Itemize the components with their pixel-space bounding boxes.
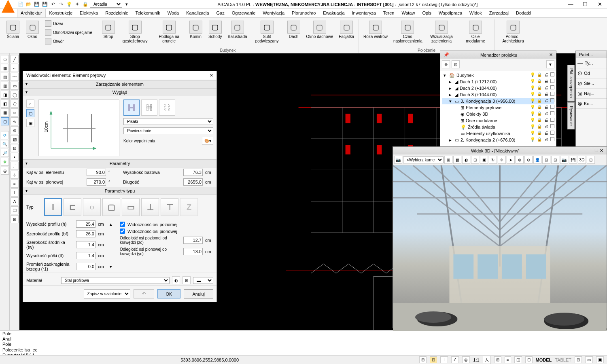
ribbon-button[interactable]: ▢Komin <box>187 19 205 40</box>
refresh-icon[interactable]: ⟳ <box>1 131 9 139</box>
tablet-label[interactable]: TABLET <box>555 358 571 362</box>
draw-icon[interactable]: ∿ <box>11 117 19 125</box>
material-picker-icon[interactable]: ◐ <box>172 276 180 284</box>
ribbon-tab[interactable]: Współpraca <box>435 9 466 17</box>
view3d-tool-icon[interactable]: ⊞ <box>444 156 452 164</box>
ribbon-small-button[interactable]: Okno/Drzwi specjalne <box>43 28 94 36</box>
status-icon[interactable]: 人 <box>483 356 491 364</box>
view3d-tool-icon[interactable]: ⊙ <box>524 156 533 164</box>
draw-icon[interactable]: ⋰ <box>11 162 19 170</box>
ribbon-tab[interactable]: Wentylacja <box>259 9 288 17</box>
ribbon-small-button[interactable]: Drzwi <box>43 19 94 28</box>
command-line[interactable]: Pole Anul Pole Polecenie: isa_ec Executo… <box>0 330 607 355</box>
layer-props-icon[interactable]: ▾ <box>123 1 130 8</box>
ribbon-tab[interactable]: Dodatki <box>512 9 535 17</box>
draw-icon[interactable]: T <box>11 188 19 197</box>
tree-row[interactable]: ▸◢Dach 3 (+1044.00)💡🔒🖨 <box>442 91 554 98</box>
project-tree[interactable]: ▾🏠Budynek💡🔒🖨▸◢Dach 1 (+1212.00)💡🔒🖨▸◢Dach… <box>440 70 556 147</box>
palette-item[interactable]: ◎Naj... <box>576 89 607 99</box>
tree-row[interactable]: ⊞Osie modularne💡🔒🖨 <box>442 117 554 124</box>
ribbon-small-button[interactable]: Otwór <box>43 37 94 45</box>
ribbon-tab[interactable]: Kanalizacja <box>183 9 212 17</box>
minimize-button[interactable]: — <box>565 1 576 7</box>
ok-button[interactable]: OK <box>157 289 181 298</box>
view-icon[interactable]: ▢ <box>26 109 34 117</box>
ribbon-tab[interactable]: Konstrukcje <box>46 9 76 17</box>
osnap-button[interactable]: ◎ <box>462 356 470 363</box>
vertical-tab[interactable]: Rysowanie <box>567 102 575 129</box>
view3d-tool-icon[interactable]: ⊡ <box>551 156 559 164</box>
tool-icon[interactable]: ◧ <box>1 99 9 108</box>
save-template-combo[interactable]: Zapisz w szablonie <box>84 289 130 298</box>
view3d-tool-icon[interactable]: ⊡ <box>542 156 550 164</box>
lock-icon[interactable]: 🔒 <box>82 1 89 8</box>
pisaki-combo[interactable]: Pisaki <box>123 118 213 125</box>
section-header[interactable]: Parametry typu <box>105 188 135 193</box>
view3d-tool-icon[interactable]: ◐ <box>462 156 470 164</box>
angle-input[interactable] <box>87 169 106 176</box>
ribbon-button[interactable]: ▢Okno <box>23 19 41 40</box>
maximize-button[interactable]: ☐ <box>579 1 591 7</box>
draw-icon[interactable]: ⌐ <box>11 64 19 72</box>
cancel-button[interactable]: Anuluj <box>184 289 213 298</box>
ribbon-button[interactable]: ▢Schody <box>206 19 224 40</box>
ribbon-button[interactable]: ▢Sufit podwieszany <box>251 19 283 44</box>
profile-type-t2[interactable]: ⊤ <box>161 198 178 216</box>
view3d-tool-icon[interactable]: ⊕ <box>516 156 524 164</box>
status-icon[interactable]: ▭ <box>585 356 593 363</box>
panel-close-icon[interactable]: ✕ <box>600 148 603 153</box>
view-icon[interactable]: ▣ <box>26 119 34 127</box>
draw-icon[interactable]: ⊞ <box>11 215 19 223</box>
view3d-tool-icon[interactable]: ↻ <box>489 156 497 164</box>
status-icon[interactable]: ⊡ <box>575 356 582 363</box>
tree-row[interactable]: ▸◢Dach 2 (+1044.00)💡🔒🖨 <box>442 85 554 91</box>
tool-icon[interactable]: ▥ <box>1 82 9 90</box>
draw-icon[interactable]: ⊹ <box>11 171 19 179</box>
profile-type-rect[interactable]: ▭ <box>122 198 140 216</box>
tool-icon[interactable]: ▦ <box>1 64 9 72</box>
ribbon-tab[interactable]: Elektryka <box>76 9 102 17</box>
ribbon-button[interactable]: ▢Czas nasłonecznienia <box>391 19 424 44</box>
saveas-icon[interactable]: 💾 <box>41 1 49 8</box>
pan-icon[interactable]: ✥ <box>1 158 9 166</box>
material-lib-icon[interactable]: ⊞ <box>183 276 191 284</box>
dialog-close-icon[interactable]: ✕ <box>210 73 213 78</box>
tree-row[interactable]: ▸◢Dach 1 (+1212.00)💡🔒🖨 <box>442 78 554 85</box>
draw-icon[interactable]: ≡ <box>11 180 19 188</box>
view3d-tool-icon[interactable]: ▣ <box>480 156 488 164</box>
shape-option[interactable] <box>123 99 140 116</box>
status-icon[interactable]: ⊞ <box>494 356 501 363</box>
camera-combo[interactable]: <Wybierz kamerę> <box>403 157 444 163</box>
view-icon[interactable]: ⌂ <box>26 99 34 108</box>
section-header[interactable]: Wygląd <box>112 90 127 95</box>
close-button[interactable]: ✕ <box>594 1 605 7</box>
panel-close-icon[interactable]: ✕ <box>549 52 553 57</box>
profile-type-t[interactable]: ⊥ <box>141 198 159 216</box>
palette-item[interactable]: ⊙Od <box>576 68 607 78</box>
new-icon[interactable]: 📄 <box>17 1 24 8</box>
tool-icon[interactable]: ▤ <box>1 73 9 81</box>
ortho-button[interactable]: ⊥ <box>440 356 448 363</box>
ribbon-button[interactable]: ▢Ściana <box>4 19 22 40</box>
dim-input[interactable] <box>76 220 96 228</box>
ribbon-button[interactable]: ▢Strop <box>100 19 117 40</box>
view3d-tool-icon[interactable]: 3D <box>578 156 586 164</box>
ribbon-button[interactable]: ▢Osie modularne <box>459 19 492 44</box>
profile-type-z[interactable]: Z <box>180 198 198 216</box>
zoom-icon[interactable]: 🔎 <box>1 149 9 157</box>
ribbon-tab[interactable]: Widok <box>466 9 486 17</box>
palette-item[interactable]: —Ty... <box>576 58 607 68</box>
view3d-tool-icon[interactable]: ⊡ <box>471 156 479 164</box>
ribbon-tab[interactable]: Wstaw <box>398 9 418 17</box>
pm-tool-icon[interactable]: ⊕ <box>442 60 450 68</box>
draw-icon[interactable]: ╱ <box>11 55 19 63</box>
ribbon-button[interactable]: ▢Facjatka <box>337 19 356 40</box>
tool-icon[interactable]: ◨ <box>1 91 9 99</box>
powierzchnie-combo[interactable]: Powierzchnie <box>123 127 213 134</box>
tree-row[interactable]: 💡Źródła światła💡🔒🖨 <box>442 124 554 130</box>
model-label[interactable]: MODEL <box>536 358 552 362</box>
draw-icon[interactable]: 〰 <box>11 73 19 81</box>
ribbon-tab[interactable]: Architektur <box>17 9 46 17</box>
view3d-tool-icon[interactable]: ⊡ <box>587 156 595 164</box>
draw-icon[interactable]: ⌓ <box>11 108 19 116</box>
